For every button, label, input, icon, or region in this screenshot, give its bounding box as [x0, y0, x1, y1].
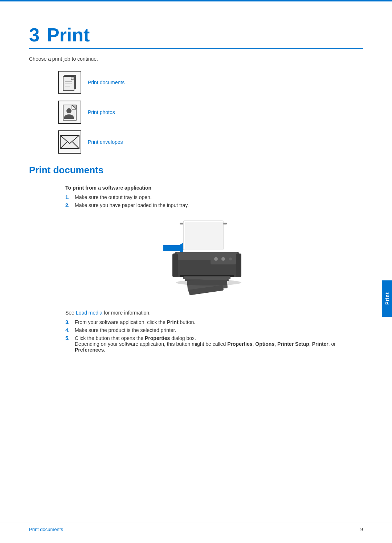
- step-5-number: 5.: [65, 335, 72, 341]
- print-photos-link[interactable]: Print photos: [88, 109, 115, 115]
- chapter-heading: 3 Print: [29, 15, 363, 49]
- svg-rect-32: [172, 254, 178, 277]
- step-4-number: 4.: [65, 327, 72, 333]
- svg-point-24: [214, 257, 218, 261]
- menu-item-print-photos: Print photos: [58, 101, 363, 124]
- step-1-number: 1.: [65, 194, 72, 200]
- steps-list: 1. Make sure the output tray is open. 2.…: [65, 194, 341, 208]
- photos-icon: [58, 101, 81, 124]
- step-2: 2. Make sure you have paper loaded in th…: [65, 202, 341, 208]
- load-media-link[interactable]: Load media: [76, 310, 102, 316]
- step-1: 1. Make sure the output tray is open.: [65, 194, 341, 200]
- step-2-text: Make sure you have paper loaded in the i…: [75, 202, 189, 208]
- load-media-before: See: [65, 310, 76, 316]
- print-envelopes-link[interactable]: Print envelopes: [88, 139, 123, 145]
- svg-point-25: [221, 257, 225, 261]
- step-3: 3. From your software application, click…: [65, 319, 341, 325]
- printer-image-area: [65, 219, 341, 299]
- footer: Print documents 9: [0, 523, 392, 532]
- svg-point-26: [229, 258, 232, 260]
- step-3-text: From your software application, click th…: [75, 319, 195, 325]
- menu-items-list: Print documents Print pho: [58, 71, 363, 154]
- footer-page-number: 9: [360, 527, 363, 532]
- svg-rect-33: [236, 254, 241, 277]
- svg-point-12: [66, 108, 72, 113]
- menu-item-print-documents: Print documents: [58, 71, 363, 94]
- step-1-text: Make sure the output tray is open.: [75, 194, 152, 200]
- load-media-after: for more information.: [102, 310, 151, 316]
- step-2-number: 2.: [65, 202, 72, 208]
- step-3-number: 3.: [65, 319, 72, 325]
- step-4-text: Make sure the product is the selected pr…: [75, 327, 176, 333]
- load-media-paragraph: See Load media for more information.: [65, 310, 341, 316]
- step-5: 5. Click the button that opens the Prope…: [65, 335, 341, 353]
- step-5-text: Click the button that opens the Properti…: [75, 335, 341, 353]
- svg-point-34: [176, 280, 241, 285]
- section-heading: Print documents: [29, 165, 363, 176]
- subsection-title: To print from a software application: [65, 185, 341, 191]
- chapter-title: Print: [47, 25, 90, 44]
- steps-list-continued: 3. From your software application, click…: [65, 319, 341, 353]
- envelopes-icon: [58, 130, 81, 154]
- chapter-number: 3: [29, 25, 40, 44]
- step-4: 4. Make sure the product is the selected…: [65, 327, 341, 333]
- svg-rect-18: [185, 222, 223, 249]
- documents-icon: [58, 71, 81, 94]
- sidebar-tab: Print: [382, 280, 392, 317]
- print-documents-link[interactable]: Print documents: [88, 80, 124, 85]
- intro-text: Choose a print job to continue.: [29, 56, 363, 62]
- menu-item-print-envelopes: Print envelopes: [58, 130, 363, 154]
- svg-rect-1: [63, 77, 74, 90]
- footer-link[interactable]: Print documents: [29, 527, 63, 532]
- content-area: To print from a software application 1. …: [65, 185, 341, 353]
- svg-rect-20: [163, 245, 183, 251]
- printer-image: [152, 219, 254, 299]
- top-border: [0, 0, 392, 1]
